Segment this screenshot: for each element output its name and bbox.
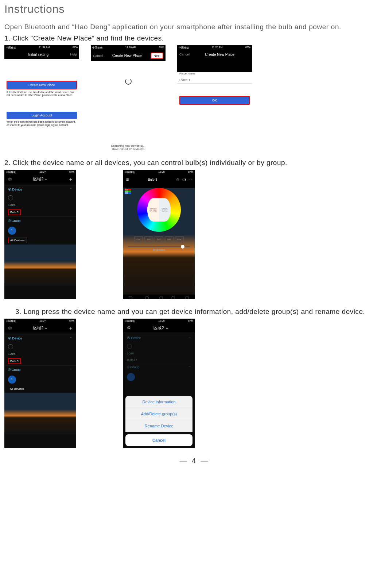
section-group[interactable]: ⦾ Group ⌃ — [4, 365, 76, 374]
zone-title[interactable]: 区域2 ⌄ — [153, 325, 168, 331]
mic-icon — [159, 296, 163, 299]
section-label: Device — [12, 188, 23, 191]
titlebar: Initial setting Help — [4, 50, 79, 59]
list-icon[interactable]: ≡ — [126, 177, 129, 182]
zone-title[interactable]: 区域2 ⌄ — [33, 325, 48, 331]
cancel-link[interactable]: Cancel — [179, 53, 190, 56]
battery: 87% — [73, 46, 78, 50]
screen-searching: 中国移动 11:26 AM 89% Cancel Create New Plac… — [91, 45, 166, 150]
bulb-item: Bulb 3 › — [123, 357, 195, 363]
diy-preset[interactable]: DIY — [144, 236, 153, 243]
device-list-body-dimmed: ⦿ Device ⌃ 100% Bulb 3 › ⦾ Group ⌃ Devic… — [123, 332, 195, 448]
brightness-label: Brightness — [123, 249, 195, 251]
bottom-tabs: COLORS FUNCTIONS MIC MUSIC CAMERA — [123, 295, 195, 299]
gear-icon[interactable]: ⚙ — [127, 325, 131, 330]
help-link[interactable]: Help — [70, 53, 77, 56]
power-icon[interactable] — [8, 344, 13, 349]
battery: 89% — [159, 46, 164, 50]
gear-icon[interactable]: ⚙ — [8, 177, 12, 182]
cancel-button[interactable]: Cancel — [125, 434, 192, 446]
rename-device-option[interactable]: Rename Device — [125, 420, 192, 432]
white-toggle[interactable]: WARMWHITE COOLWhite — [147, 198, 171, 222]
tab-functions[interactable]: FUNCTIONS — [142, 296, 152, 299]
color-wheel[interactable]: WARMWHITE COOLWhite — [137, 188, 181, 232]
create-new-place-button[interactable]: Create New Place — [7, 81, 77, 89]
plus-icon[interactable]: + — [69, 325, 72, 331]
clock-icon[interactable]: ◷ — [176, 178, 179, 181]
zone-header: ⚙ 区域2 ⌄ + — [4, 324, 76, 333]
rgb-indicator: 255 255 255 — [125, 189, 131, 194]
ok-button[interactable]: OK — [179, 96, 250, 105]
tab-camera[interactable]: CAMERA — [183, 296, 191, 299]
percentage: 100% — [4, 351, 76, 357]
status-bar: 中国移动 11:26 AM 89% — [91, 45, 166, 50]
diy-preset[interactable]: DIY — [155, 236, 163, 243]
carrier: 中国移动 — [125, 319, 135, 323]
all-devices[interactable]: All Devices — [4, 385, 76, 393]
group-bulb[interactable] — [4, 225, 76, 236]
carrier: 中国移动 — [6, 46, 16, 50]
add-delete-groups-option[interactable]: Add/Delete group(s) — [125, 408, 192, 420]
cool-white-button[interactable]: COOLWhite — [159, 198, 171, 222]
next-button[interactable]: Next — [151, 53, 163, 59]
battery: 89% — [245, 46, 250, 50]
step2-screens: 中国移动 16:07 87% ⚙ 区域2 ⌄ + ⦿ Device ⌃ 100%… — [4, 170, 385, 299]
brightness-slider[interactable] — [128, 246, 190, 247]
time: 11:34 AM — [39, 46, 50, 50]
power-icon[interactable] — [8, 195, 13, 200]
plus-icon[interactable]: + — [69, 176, 72, 182]
gear-icon[interactable]: ⚙ — [8, 326, 12, 331]
background-image — [4, 245, 76, 286]
bulb-icon — [127, 373, 135, 381]
time: 16:08 — [158, 170, 165, 174]
bulb-chip: Bulb 3 — [8, 210, 21, 215]
percentage: 100% — [4, 202, 76, 208]
carrier: 中国移动 — [125, 170, 135, 174]
place-name-label: Place Name — [177, 72, 252, 75]
diy-preset[interactable]: DIY — [165, 236, 174, 243]
music-icon — [171, 296, 175, 299]
diy-presets: DIY DIY DIY DIY DIY — [123, 236, 195, 243]
section-device[interactable]: ⦿ Device ⌃ — [4, 334, 76, 343]
time: 11:26 AM — [212, 46, 223, 50]
nav-title: Create New Place — [112, 54, 142, 58]
intro-text: Open Bluetooth and “Hao Deng” applicatio… — [4, 22, 385, 32]
status-bar: 中国移动 11:34 AM 87% — [4, 45, 79, 50]
more-icon[interactable]: ⋯ — [188, 178, 192, 181]
battery: 87% — [188, 170, 193, 174]
time: 16:07 — [39, 319, 46, 323]
section-group[interactable]: ⦾ Group ⌃ — [4, 216, 76, 225]
login-account-button[interactable]: Login Account — [7, 112, 77, 119]
battery: 87% — [69, 170, 74, 174]
tab-colors[interactable]: COLORS — [127, 296, 135, 299]
bulb-item[interactable]: Bulb 3 — [4, 208, 76, 216]
tab-music[interactable]: MUSIC — [170, 296, 176, 299]
warm-white-button[interactable]: WARMWHITE — [147, 198, 159, 222]
cancel-link[interactable]: Cancel — [93, 54, 103, 58]
place-name-input[interactable]: Place 1 — [177, 77, 252, 84]
page-number: — 4 — — [4, 457, 385, 465]
diy-preset[interactable]: DIY — [175, 236, 184, 243]
added-text: Have added 17 device(s) — [91, 147, 166, 150]
device-information-option[interactable]: Device information — [125, 396, 192, 408]
power-icon[interactable]: ⏻ — [182, 178, 186, 181]
diy-preset[interactable]: DIY — [134, 236, 143, 243]
screen-action-sheet: 中国移动 16:08 87% ⚙ 区域2 ⌄ ⦿ Device ⌃ 100% B… — [123, 319, 195, 448]
zone-title[interactable]: 区域2 ⌄ — [33, 176, 48, 182]
battery: 87% — [69, 319, 74, 323]
time: 16:08 — [158, 319, 165, 323]
chevron-icon: ⌃ — [188, 336, 191, 340]
chevron-icon: ⌃ — [69, 337, 72, 341]
nav-title: Create New Place — [205, 53, 234, 57]
screen-color-control: 中国移动 16:08 87% ≡ Bulb 3 ◷ ⏻ ⋯ 255 255 25… — [123, 170, 195, 299]
step1-screens: 中国移动 11:34 AM 87% Initial setting Help C… — [4, 45, 385, 150]
bulb-icon — [8, 376, 16, 384]
all-devices-item[interactable]: All Devices — [4, 236, 76, 245]
section-device[interactable]: ⦿ Device ⌃ — [4, 185, 76, 194]
tab-mic[interactable]: MIC — [159, 296, 163, 299]
carrier: 中国移动 — [179, 46, 189, 50]
carrier: 中国移动 — [6, 170, 16, 174]
bulb-item[interactable]: Bulb 3 — [4, 357, 76, 365]
step1-text: 1. Click “Create New Place” and find the… — [4, 34, 385, 42]
step3-screens: 中国移动 16:07 87% ⚙ 区域2 ⌄ + ⦿ Device ⌃ 100%… — [4, 319, 385, 448]
